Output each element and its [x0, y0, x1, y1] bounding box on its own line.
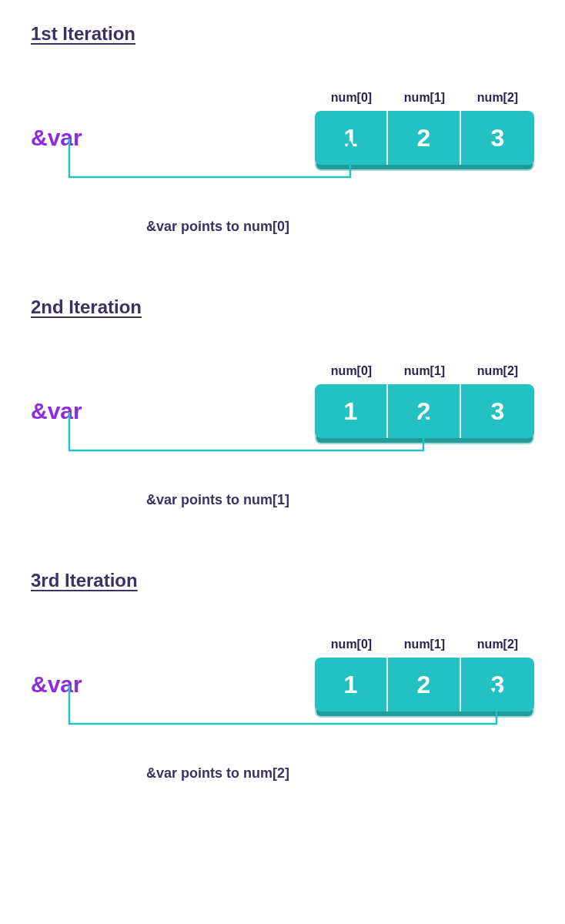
array-box: 1 2 3: [315, 658, 534, 711]
index-label: num[2]: [461, 91, 534, 105]
array-cell: 2: [388, 384, 461, 438]
array-cell: 1: [315, 658, 388, 711]
array-box: 1 2 3: [315, 111, 534, 165]
array-index-labels: num[0] num[1] num[2]: [315, 91, 534, 111]
pointer-variable: &var: [31, 125, 82, 151]
iteration-3: 3rd Iteration &var num[0] num[1] num[2] …: [31, 570, 534, 782]
iteration-title: 3rd Iteration: [31, 570, 534, 591]
array-cell: 2: [388, 111, 461, 165]
index-label: num[1]: [388, 364, 461, 378]
index-label: num[0]: [315, 91, 388, 105]
array-cell: 3: [461, 658, 534, 711]
iteration-caption: &var points to num[1]: [146, 492, 534, 508]
array-container: num[0] num[1] num[2] 1 2 3: [315, 638, 534, 711]
array-cell: 3: [461, 111, 534, 165]
iteration-caption: &var points to num[2]: [146, 765, 534, 782]
array-index-labels: num[0] num[1] num[2]: [315, 364, 534, 384]
array-cell: 3: [461, 384, 534, 438]
array-index-labels: num[0] num[1] num[2]: [315, 638, 534, 658]
iteration-2: 2nd Iteration &var num[0] num[1] num[2] …: [31, 296, 534, 508]
array-container: num[0] num[1] num[2] 1 2 3: [315, 91, 534, 165]
iteration-1: 1st Iteration &var num[0] num[1] num[2] …: [31, 23, 534, 235]
content-row: &var num[0] num[1] num[2] 1 2 3: [31, 638, 534, 711]
iteration-caption: &var points to num[0]: [146, 219, 534, 235]
array-cell: 1: [315, 384, 388, 438]
index-label: num[1]: [388, 638, 461, 651]
pointer-variable: &var: [31, 398, 82, 424]
pointer-variable: &var: [31, 671, 82, 698]
iteration-title: 1st Iteration: [31, 23, 534, 45]
iteration-title: 2nd Iteration: [31, 296, 534, 318]
array-container: num[0] num[1] num[2] 1 2 3: [315, 364, 534, 438]
content-row: &var num[0] num[1] num[2] 1 2 3: [31, 364, 534, 438]
array-box: 1 2 3: [315, 384, 534, 438]
index-label: num[2]: [461, 638, 534, 651]
index-label: num[1]: [388, 91, 461, 105]
index-label: num[2]: [461, 364, 534, 378]
content-row: &var num[0] num[1] num[2] 1 2 3: [31, 91, 534, 165]
array-cell: 2: [388, 658, 461, 711]
array-cell: 1: [315, 111, 388, 165]
index-label: num[0]: [315, 638, 388, 651]
index-label: num[0]: [315, 364, 388, 378]
